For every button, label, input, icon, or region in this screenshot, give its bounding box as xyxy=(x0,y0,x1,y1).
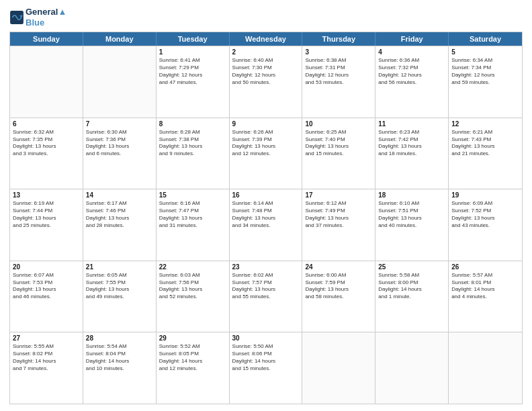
cal-cell-23: 23Sunrise: 6:02 AM Sunset: 7:57 PM Dayli… xyxy=(230,261,303,332)
cell-day-number: 13 xyxy=(13,191,80,199)
cell-info: Sunrise: 6:34 AM Sunset: 7:34 PM Dayligh… xyxy=(451,57,519,86)
cell-info: Sunrise: 6:25 AM Sunset: 7:40 PM Dayligh… xyxy=(305,129,372,158)
week-row-5: 27Sunrise: 5:55 AM Sunset: 8:02 PM Dayli… xyxy=(10,332,522,404)
cell-day-number: 17 xyxy=(305,191,372,199)
logo-icon xyxy=(9,10,24,25)
logo-line1: General▲ xyxy=(26,7,66,17)
cal-cell-6: 6Sunrise: 6:32 AM Sunset: 7:35 PM Daylig… xyxy=(10,118,83,189)
cell-info: Sunrise: 6:23 AM Sunset: 7:42 PM Dayligh… xyxy=(378,129,445,158)
cell-info: Sunrise: 5:54 AM Sunset: 8:04 PM Dayligh… xyxy=(86,343,153,372)
cell-info: Sunrise: 5:55 AM Sunset: 8:02 PM Dayligh… xyxy=(13,343,80,372)
cell-info: Sunrise: 6:07 AM Sunset: 7:53 PM Dayligh… xyxy=(13,272,80,301)
cell-day-number: 11 xyxy=(378,120,445,128)
cell-info: Sunrise: 6:32 AM Sunset: 7:35 PM Dayligh… xyxy=(13,129,80,158)
cal-cell-empty-w4c5 xyxy=(375,332,449,404)
cal-cell-14: 14Sunrise: 6:17 AM Sunset: 7:46 PM Dayli… xyxy=(83,189,157,261)
logo: General▲ Blue xyxy=(9,7,66,28)
cal-cell-17: 17Sunrise: 6:12 AM Sunset: 7:49 PM Dayli… xyxy=(302,189,375,261)
header-cell-saturday: Saturday xyxy=(449,32,522,46)
cal-cell-29: 29Sunrise: 5:52 AM Sunset: 8:05 PM Dayli… xyxy=(157,332,230,404)
header-cell-thursday: Thursday xyxy=(302,32,375,46)
cal-cell-13: 13Sunrise: 6:19 AM Sunset: 7:44 PM Dayli… xyxy=(10,189,83,261)
cell-info: Sunrise: 6:40 AM Sunset: 7:30 PM Dayligh… xyxy=(232,57,300,86)
cal-cell-27: 27Sunrise: 5:55 AM Sunset: 8:02 PM Dayli… xyxy=(10,332,83,404)
cell-info: Sunrise: 6:30 AM Sunset: 7:36 PM Dayligh… xyxy=(86,129,153,158)
cal-cell-11: 11Sunrise: 6:23 AM Sunset: 7:42 PM Dayli… xyxy=(375,118,449,189)
cell-day-number: 15 xyxy=(159,191,226,199)
cal-cell-18: 18Sunrise: 6:10 AM Sunset: 7:51 PM Dayli… xyxy=(375,189,449,261)
cell-info: Sunrise: 6:10 AM Sunset: 7:51 PM Dayligh… xyxy=(378,200,445,229)
header-cell-sunday: Sunday xyxy=(10,32,83,46)
cell-day-number: 14 xyxy=(86,191,153,199)
cell-info: Sunrise: 6:17 AM Sunset: 7:46 PM Dayligh… xyxy=(86,200,153,229)
cal-cell-22: 22Sunrise: 6:03 AM Sunset: 7:56 PM Dayli… xyxy=(157,261,230,332)
cell-day-number: 18 xyxy=(378,191,445,199)
week-row-4: 20Sunrise: 6:07 AM Sunset: 7:53 PM Dayli… xyxy=(10,261,522,332)
cell-info: Sunrise: 6:28 AM Sunset: 7:38 PM Dayligh… xyxy=(159,129,226,158)
cell-day-number: 10 xyxy=(305,120,372,128)
calendar-body: 1Sunrise: 6:41 AM Sunset: 7:29 PM Daylig… xyxy=(10,46,522,404)
cell-day-number: 5 xyxy=(451,48,519,56)
cal-cell-empty-w4c4 xyxy=(302,332,375,404)
cell-info: Sunrise: 6:16 AM Sunset: 7:47 PM Dayligh… xyxy=(159,200,226,229)
cell-info: Sunrise: 6:41 AM Sunset: 7:29 PM Dayligh… xyxy=(159,57,226,86)
cell-info: Sunrise: 6:03 AM Sunset: 7:56 PM Dayligh… xyxy=(159,272,226,301)
cal-cell-16: 16Sunrise: 6:14 AM Sunset: 7:48 PM Dayli… xyxy=(230,189,303,261)
calendar-header: SundayMondayTuesdayWednesdayThursdayFrid… xyxy=(10,32,522,46)
cal-cell-15: 15Sunrise: 6:16 AM Sunset: 7:47 PM Dayli… xyxy=(157,189,230,261)
cell-info: Sunrise: 5:58 AM Sunset: 8:00 PM Dayligh… xyxy=(378,272,445,301)
cell-info: Sunrise: 5:57 AM Sunset: 8:01 PM Dayligh… xyxy=(451,272,519,301)
cal-cell-empty-w0c0 xyxy=(10,46,83,118)
cell-day-number: 16 xyxy=(232,191,300,199)
cell-day-number: 4 xyxy=(378,48,445,56)
cell-day-number: 12 xyxy=(451,120,519,128)
cal-cell-9: 9Sunrise: 6:26 AM Sunset: 7:39 PM Daylig… xyxy=(230,118,303,189)
cell-day-number: 6 xyxy=(13,120,80,128)
cal-cell-30: 30Sunrise: 5:50 AM Sunset: 8:06 PM Dayli… xyxy=(230,332,303,404)
cal-cell-1: 1Sunrise: 6:41 AM Sunset: 7:29 PM Daylig… xyxy=(157,46,230,118)
cell-day-number: 25 xyxy=(378,263,445,271)
cell-day-number: 1 xyxy=(159,48,226,56)
cell-day-number: 27 xyxy=(13,334,80,342)
page: General▲ Blue SundayMondayTuesdayWednesd… xyxy=(0,0,532,411)
cell-day-number: 23 xyxy=(232,263,300,271)
cal-cell-28: 28Sunrise: 5:54 AM Sunset: 8:04 PM Dayli… xyxy=(83,332,157,404)
cal-cell-24: 24Sunrise: 6:00 AM Sunset: 7:59 PM Dayli… xyxy=(302,261,375,332)
cell-info: Sunrise: 6:00 AM Sunset: 7:59 PM Dayligh… xyxy=(305,272,372,301)
cell-info: Sunrise: 6:26 AM Sunset: 7:39 PM Dayligh… xyxy=(232,129,300,158)
cell-day-number: 7 xyxy=(86,120,153,128)
cell-info: Sunrise: 6:05 AM Sunset: 7:55 PM Dayligh… xyxy=(86,272,153,301)
calendar: SundayMondayTuesdayWednesdayThursdayFrid… xyxy=(9,32,523,404)
cell-info: Sunrise: 6:12 AM Sunset: 7:49 PM Dayligh… xyxy=(305,200,372,229)
header-cell-tuesday: Tuesday xyxy=(157,32,230,46)
cal-cell-empty-w4c6 xyxy=(449,332,522,404)
cell-info: Sunrise: 6:14 AM Sunset: 7:48 PM Dayligh… xyxy=(232,200,300,229)
week-row-2: 6Sunrise: 6:32 AM Sunset: 7:35 PM Daylig… xyxy=(10,118,522,189)
cell-day-number: 29 xyxy=(159,334,226,342)
cal-cell-25: 25Sunrise: 5:58 AM Sunset: 8:00 PM Dayli… xyxy=(375,261,449,332)
cell-day-number: 19 xyxy=(451,191,519,199)
cal-cell-4: 4Sunrise: 6:36 AM Sunset: 7:32 PM Daylig… xyxy=(375,46,449,118)
cell-day-number: 30 xyxy=(232,334,300,342)
week-row-1: 1Sunrise: 6:41 AM Sunset: 7:29 PM Daylig… xyxy=(10,46,522,118)
header: General▲ Blue xyxy=(9,7,523,28)
cell-info: Sunrise: 6:38 AM Sunset: 7:31 PM Dayligh… xyxy=(305,57,372,86)
cal-cell-12: 12Sunrise: 6:21 AM Sunset: 7:43 PM Dayli… xyxy=(449,118,522,189)
cell-day-number: 3 xyxy=(305,48,372,56)
cell-info: Sunrise: 6:09 AM Sunset: 7:52 PM Dayligh… xyxy=(451,200,519,229)
cell-info: Sunrise: 6:02 AM Sunset: 7:57 PM Dayligh… xyxy=(232,272,300,301)
cell-info: Sunrise: 6:21 AM Sunset: 7:43 PM Dayligh… xyxy=(451,129,519,158)
cell-day-number: 20 xyxy=(13,263,80,271)
cal-cell-7: 7Sunrise: 6:30 AM Sunset: 7:36 PM Daylig… xyxy=(83,118,157,189)
cal-cell-26: 26Sunrise: 5:57 AM Sunset: 8:01 PM Dayli… xyxy=(449,261,522,332)
cell-day-number: 24 xyxy=(305,263,372,271)
cal-cell-8: 8Sunrise: 6:28 AM Sunset: 7:38 PM Daylig… xyxy=(157,118,230,189)
cal-cell-21: 21Sunrise: 6:05 AM Sunset: 7:55 PM Dayli… xyxy=(83,261,157,332)
header-cell-wednesday: Wednesday xyxy=(230,32,303,46)
cal-cell-20: 20Sunrise: 6:07 AM Sunset: 7:53 PM Dayli… xyxy=(10,261,83,332)
logo-line2: Blue xyxy=(26,17,66,28)
cal-cell-19: 19Sunrise: 6:09 AM Sunset: 7:52 PM Dayli… xyxy=(449,189,522,261)
cell-info: Sunrise: 5:52 AM Sunset: 8:05 PM Dayligh… xyxy=(159,343,226,372)
logo-text: General▲ Blue xyxy=(26,7,66,28)
week-row-3: 13Sunrise: 6:19 AM Sunset: 7:44 PM Dayli… xyxy=(10,189,522,261)
